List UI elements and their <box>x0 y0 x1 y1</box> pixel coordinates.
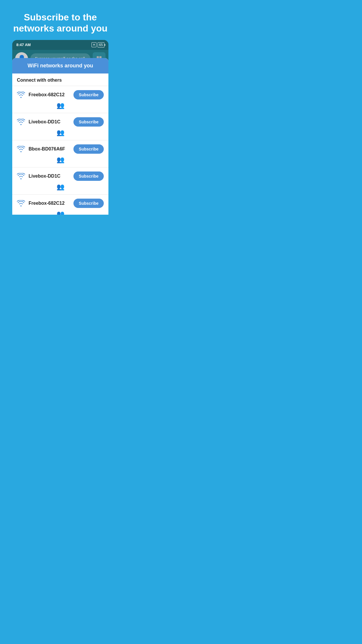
users-row: 👥 <box>17 181 104 191</box>
modal-header: WiFi networks around you <box>12 58 108 74</box>
subscribe-button[interactable]: Subscribe <box>73 90 104 99</box>
network-item: Livebox-DD1C Subscribe 👥 <box>12 167 108 194</box>
status-bar: 8:47 AM ✕ 65 <box>12 40 108 50</box>
subscribe-button[interactable]: Subscribe <box>73 117 104 127</box>
section-label: Connect with others <box>12 74 108 86</box>
network-name: Livebox-DD1C <box>29 174 70 179</box>
status-time: 8:47 AM <box>16 43 31 47</box>
wifi-modal: WiFi networks around you Connect with ot… <box>12 58 108 215</box>
users-icon: 👥 <box>57 102 64 109</box>
subscribe-button[interactable]: Subscribe <box>73 144 104 154</box>
hero-title: Subscribe to the networks around you <box>9 12 112 34</box>
network-name: Bbox-BD076A6F <box>29 146 70 152</box>
phone-screen: 8:47 AM ✕ 65 👤 Express yourself on the c… <box>12 40 108 215</box>
users-icon: 👥 <box>57 129 64 136</box>
users-icon: 👥 <box>57 183 64 191</box>
network-name: Livebox-DD1C <box>29 119 70 125</box>
network-item: Freebox-682C12 Subscribe 👥 <box>12 194 108 215</box>
network-row: Livebox-DD1C Subscribe <box>17 172 104 181</box>
network-row: Freebox-682C12 Subscribe <box>17 90 104 99</box>
network-row: Freebox-682C12 Subscribe <box>17 199 104 208</box>
hero-section: Subscribe to the networks around you <box>0 0 121 40</box>
signal-icon: ✕ <box>92 42 96 47</box>
users-row: 👥 <box>17 127 104 137</box>
network-item: Bbox-BD076A6F Subscribe 👥 <box>12 140 108 167</box>
subscribe-button[interactable]: Subscribe <box>73 172 104 181</box>
users-row: 👥 <box>17 99 104 110</box>
users-icon: 👥 <box>57 210 64 215</box>
modal-title: WiFi networks around you <box>28 63 93 69</box>
network-name: Freebox-682C12 <box>29 92 70 97</box>
network-item: Livebox-DD1C Subscribe 👥 <box>12 113 108 140</box>
network-item: Freebox-682C12 Subscribe 👥 <box>12 86 108 113</box>
wifi-icon <box>17 92 25 98</box>
users-row: 👥 <box>17 154 104 164</box>
users-icon: 👥 <box>57 156 64 164</box>
modal-body: Connect with others Freebox-682C12 Subsc… <box>12 74 108 215</box>
wifi-icon <box>17 200 25 206</box>
subscribe-button[interactable]: Subscribe <box>73 199 104 208</box>
wifi-icon <box>17 119 25 125</box>
network-row: Bbox-BD076A6F Subscribe <box>17 144 104 154</box>
network-name: Freebox-682C12 <box>29 201 70 206</box>
users-row: 👥 <box>17 208 104 215</box>
status-icons: ✕ 65 <box>92 42 104 48</box>
wifi-icon <box>17 173 25 179</box>
phone-mockup: 8:47 AM ✕ 65 👤 Express yourself on the c… <box>0 40 121 215</box>
wifi-icon <box>17 146 25 152</box>
network-row: Livebox-DD1C Subscribe <box>17 117 104 127</box>
battery-icon: 65 <box>98 42 104 48</box>
